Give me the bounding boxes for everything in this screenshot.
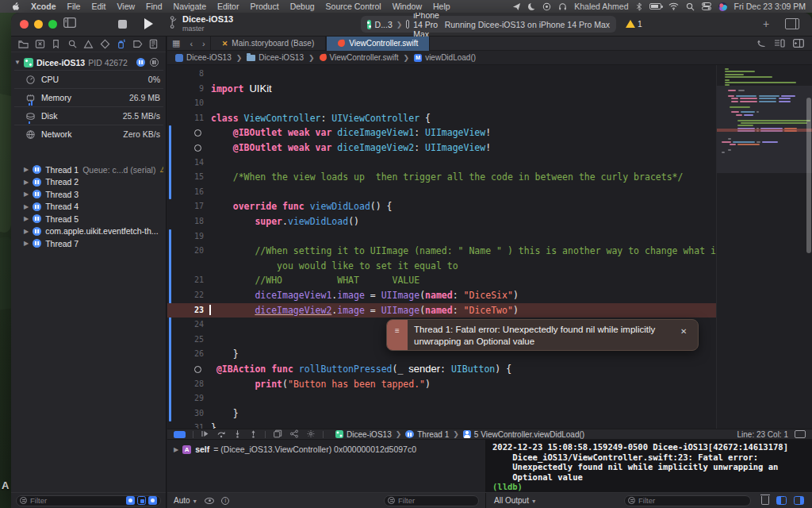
code-line[interactable]: @IBAction func rollButtonPressed(_ sende… bbox=[167, 362, 716, 377]
disclosure-chevron-icon[interactable]: ▶ bbox=[24, 166, 29, 173]
info-icon[interactable]: i bbox=[221, 497, 229, 505]
close-icon[interactable]: ✕ bbox=[680, 320, 698, 350]
variables-view[interactable]: ▶ A self = (Dicee_iOS13.ViewController) … bbox=[167, 440, 486, 492]
code-line[interactable]: @IBOutlet weak var diceImageView1: UIIma… bbox=[167, 125, 716, 140]
filter-scope-button[interactable] bbox=[126, 496, 135, 505]
console-output[interactable]: 2022-12-23 15:08:58.159249-0500 Dicee-iO… bbox=[486, 440, 812, 492]
window-minimize-button[interactable] bbox=[34, 20, 43, 29]
menu-item-navigate[interactable]: Navigate bbox=[168, 2, 212, 11]
code-line[interactable]: 30 } bbox=[167, 406, 716, 421]
minimap-toggle-icon[interactable] bbox=[774, 39, 785, 48]
bookmarks-navigator-icon[interactable] bbox=[51, 39, 61, 49]
disclosure-chevron-icon[interactable]: ▶ bbox=[24, 203, 29, 210]
filter-scope-button[interactable] bbox=[137, 496, 146, 505]
reports-navigator-icon[interactable] bbox=[148, 39, 159, 49]
run-button[interactable] bbox=[144, 18, 153, 29]
thread-row[interactable]: ▶Thread 3 bbox=[14, 188, 163, 201]
breakpoints-navigator-icon[interactable] bbox=[132, 39, 143, 49]
editor-layout-icon[interactable] bbox=[785, 18, 799, 29]
gauge-row-disk[interactable]: Disk25.5 MB/s bbox=[14, 106, 163, 125]
code-line[interactable]: 22 diceImageView1.image = UIImage(named:… bbox=[167, 288, 716, 303]
code-line[interactable]: 29 bbox=[167, 391, 716, 406]
pause-process-icon[interactable] bbox=[150, 58, 159, 67]
disclosure-chevron-icon[interactable]: ▼ bbox=[14, 59, 21, 66]
jumpbar-item[interactable]: Dicee-iOS13 bbox=[247, 53, 304, 62]
code-line[interactable]: 19 bbox=[167, 229, 716, 244]
display-icon[interactable] bbox=[795, 430, 806, 438]
back-chevron-icon[interactable]: ‹ bbox=[185, 39, 197, 48]
jump-bar[interactable]: Dicee-iOS13❯Dicee-iOS13❯ViewController.s… bbox=[167, 51, 812, 65]
spotlight-icon[interactable] bbox=[686, 2, 695, 11]
code-line[interactable]: 18 super.viewDidLoad() bbox=[167, 214, 716, 229]
fatal-error-banner[interactable]: ≡ Thread 1: Fatal error: Unexpectedly fo… bbox=[386, 319, 699, 351]
code-line[interactable]: 20 //When setting it to UIImage (named: … bbox=[167, 244, 716, 259]
scheme-device[interactable]: iPhone 14 Pro Max bbox=[413, 13, 440, 39]
related-items-icon[interactable]: ▦ bbox=[167, 38, 185, 48]
variables-scope-select[interactable]: Auto ▼ bbox=[174, 496, 197, 505]
outlet-connector-icon[interactable] bbox=[194, 144, 201, 152]
jumpbar-item[interactable]: MviewDidLoad() bbox=[414, 53, 476, 62]
outlet-connector-icon[interactable] bbox=[194, 129, 201, 137]
test-failures-icon[interactable] bbox=[35, 39, 45, 49]
code-line[interactable]: 16 bbox=[167, 185, 716, 200]
variable-row[interactable]: ▶ A self = (Dicee_iOS13.ViewController) … bbox=[174, 444, 485, 454]
show-console-pane-icon[interactable] bbox=[794, 496, 804, 505]
bluetooth-icon[interactable] bbox=[636, 2, 642, 11]
stop-button[interactable] bbox=[118, 20, 127, 29]
menu-item-edit[interactable]: Edit bbox=[86, 2, 111, 11]
minimap[interactable] bbox=[716, 65, 812, 429]
project-navigator-icon[interactable] bbox=[18, 39, 29, 49]
menu-item-file[interactable]: File bbox=[62, 2, 86, 11]
headphones-icon[interactable] bbox=[558, 2, 567, 11]
outlet-connector-icon[interactable] bbox=[194, 366, 201, 373]
battery-icon[interactable] bbox=[649, 3, 661, 10]
jumpbar-item[interactable]: ViewController.swift bbox=[320, 53, 399, 62]
clear-console-icon[interactable] bbox=[761, 496, 769, 505]
menu-item-source-control[interactable]: Source Control bbox=[320, 2, 387, 11]
debug-navigator-icon[interactable] bbox=[116, 39, 126, 49]
menu-item-window[interactable]: Window bbox=[387, 2, 427, 11]
menu-item-debug[interactable]: Debug bbox=[285, 2, 320, 11]
siri-icon[interactable] bbox=[718, 2, 727, 11]
step-over-icon[interactable] bbox=[216, 429, 226, 439]
issues-navigator-icon[interactable] bbox=[83, 39, 94, 49]
paper-plane-icon[interactable] bbox=[512, 2, 521, 11]
scheme-selector[interactable]: D...3 ❯ iPhone 14 Pro Max Running Dicee-… bbox=[361, 16, 616, 33]
code-line[interactable]: 11class ViewController: UIViewController… bbox=[167, 111, 716, 126]
thread-row[interactable]: ▶Thread 2 bbox=[14, 176, 163, 189]
show-variables-pane-icon[interactable] bbox=[776, 496, 787, 505]
code-line[interactable]: 15 /*When the view loads up then trigger… bbox=[167, 170, 716, 185]
code-line[interactable]: 31} bbox=[167, 421, 716, 429]
thread-row[interactable]: ▶Thread 5 bbox=[14, 213, 163, 225]
focus-moon-icon[interactable] bbox=[528, 3, 535, 10]
code-line[interactable]: 14 bbox=[167, 156, 716, 171]
console-filter-field[interactable]: Filter bbox=[624, 495, 751, 506]
menu-item-product[interactable]: Product bbox=[244, 2, 284, 11]
debug-breadcrumb[interactable]: Dicee-iOS13❯Thread 1❯5 ViewController.vi… bbox=[335, 430, 584, 439]
thread-row[interactable]: ▶Thread 4 bbox=[14, 201, 163, 214]
find-navigator-icon[interactable] bbox=[67, 39, 78, 49]
disclosure-chevron-icon[interactable]: ▶ bbox=[24, 179, 29, 186]
add-editor-icon[interactable] bbox=[793, 39, 804, 48]
disclosure-chevron-icon[interactable]: ▶ bbox=[24, 240, 29, 247]
disclosure-chevron-icon[interactable]: ▶ bbox=[174, 446, 178, 453]
tab-viewcontroller-swift[interactable]: ViewController.swift bbox=[326, 37, 430, 51]
disclosure-chevron-icon[interactable]: ▶ bbox=[24, 190, 29, 198]
disclosure-chevron-icon[interactable]: ▶ bbox=[24, 215, 29, 222]
continue-execution-icon[interactable] bbox=[201, 429, 209, 439]
code-editor[interactable]: 89import UIKit1011class ViewController: … bbox=[167, 65, 812, 429]
forward-chevron-icon[interactable]: › bbox=[197, 39, 210, 48]
thread-row[interactable]: ▶Thread 7 bbox=[14, 237, 163, 250]
code-line[interactable]: 10 bbox=[167, 96, 716, 111]
screen-record-icon[interactable] bbox=[542, 2, 551, 11]
menu-item-help[interactable]: Help bbox=[427, 2, 456, 11]
add-button[interactable]: + bbox=[763, 17, 769, 30]
gauge-row-network[interactable]: NetworkZero KB/s bbox=[14, 125, 163, 143]
code-line[interactable]: 9import UIKit bbox=[167, 82, 716, 97]
menubar-clock[interactable]: Fri Dec 23 3:09 PM bbox=[734, 2, 806, 11]
code-line[interactable]: 23 diceImageView2.image = UIImage(named:… bbox=[167, 303, 716, 318]
code-line[interactable]: you would like to set it equal to bbox=[167, 259, 716, 274]
filter-scope-button[interactable] bbox=[148, 496, 157, 505]
menu-item-find[interactable]: Find bbox=[140, 2, 167, 11]
warning-badge[interactable]: 1 bbox=[626, 19, 642, 29]
